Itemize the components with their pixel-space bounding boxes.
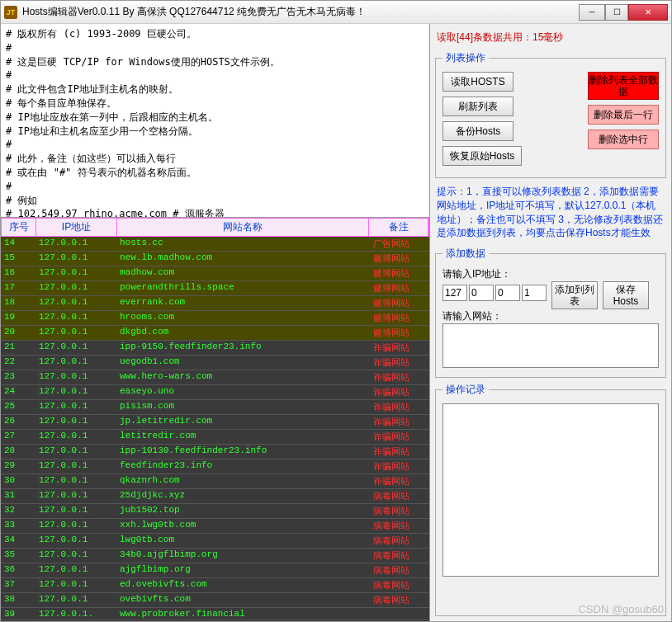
ip-octet-2[interactable] [469, 285, 494, 301]
table-row[interactable]: 27127.0.0.1letitredir.com诈骗网站 [1, 430, 429, 445]
table-row[interactable]: 31127.0.0.125djdjkc.xyz病毒网站 [1, 489, 429, 504]
ip-label: 请输入IP地址： [442, 267, 659, 281]
hint-text: 提示：1，直接可以修改列表数据 2，添加数据需要网站地址，IP地址可不填写，默认… [435, 183, 666, 242]
table-row[interactable]: 15127.0.0.1new.lb.madhow.com赌博网站 [1, 252, 429, 266]
table-row[interactable]: 20127.0.0.1dkgbd.com赌博网站 [1, 326, 429, 341]
ip-octet-4[interactable] [522, 285, 547, 301]
table-row[interactable]: 38127.0.0.1ovebivfts.com病毒网站 [1, 593, 429, 608]
table-row[interactable]: 17127.0.0.1powerandthrills.space赌博网站 [1, 281, 429, 296]
hosts-table[interactable]: 序号 IP地址 网站名称 备注 14127.0.0.1hosts.cc广告网站1… [1, 218, 429, 621]
col-ip[interactable]: IP地址 [36, 219, 117, 236]
col-site[interactable]: 网站名称 [117, 219, 369, 236]
table-row[interactable]: 35127.0.0.134b0.ajgflbimp.org病毒网站 [1, 549, 429, 563]
col-seq[interactable]: 序号 [2, 219, 36, 236]
table-row[interactable]: 29127.0.0.1feedfinder23.info诈骗网站 [1, 459, 429, 474]
table-row[interactable]: 19127.0.0.1hrooms.com赌博网站 [1, 311, 429, 326]
ip-octet-1[interactable] [442, 285, 467, 301]
backup-hosts-button[interactable]: 备份Hosts [442, 121, 513, 141]
delete-all-button[interactable]: 删除列表全部数据 [588, 72, 659, 100]
log-panel: 操作记录 [435, 383, 666, 616]
add-data-legend: 添加数据 [442, 247, 489, 261]
delete-selected-button[interactable]: 删除选中行 [588, 130, 659, 149]
add-data-panel: 添加数据 请输入IP地址： 添加到列表 保存Hosts 请输入网站： [435, 247, 666, 378]
list-ops-legend: 列表操作 [442, 51, 489, 65]
read-hosts-button[interactable]: 读取HOSTS [442, 72, 513, 92]
add-to-list-button[interactable]: 添加到列表 [551, 281, 598, 309]
restore-hosts-button[interactable]: 恢复原始Hosts [442, 146, 522, 166]
table-row[interactable]: 23127.0.0.1www.hero-wars.com诈骗网站 [1, 370, 429, 385]
table-row[interactable]: 32127.0.0.1jub1502.top病毒网站 [1, 504, 429, 519]
table-row[interactable]: 30127.0.0.1qkaznrh.com诈骗网站 [1, 474, 429, 489]
ip-octet-3[interactable] [495, 285, 520, 301]
table-row[interactable]: 18127.0.0.1everrank.com赌博网站 [1, 296, 429, 311]
hosts-text-editor[interactable]: # 版权所有 (c) 1993-2009 巨硬公司。 # # 这是巨硬 TCP/… [1, 24, 429, 218]
table-row[interactable]: 34127.0.0.1lwg0tb.com病毒网站 [1, 534, 429, 549]
table-row[interactable]: 40127.0.0.1.p.a64x.com [1, 620, 429, 621]
status-text: 读取[44]条数据共用：15毫秒 [435, 29, 666, 46]
table-row[interactable]: 36127.0.0.1ajgflbimp.org病毒网站 [1, 563, 429, 578]
table-row[interactable]: 25127.0.0.1pisism.com诈骗网站 [1, 400, 429, 415]
table-row[interactable]: 33127.0.0.1xxh.lwg0tb.com病毒网站 [1, 519, 429, 534]
close-button[interactable]: ✕ [628, 4, 668, 21]
delete-last-button[interactable]: 删除最后一行 [588, 105, 659, 125]
window-title: Hosts编辑器Ver0.0.11 By 高保洪 QQ127644712 纯免费… [22, 5, 579, 19]
minimize-button[interactable]: ─ [579, 4, 605, 21]
maximize-button[interactable]: ☐ [605, 4, 628, 21]
table-row[interactable]: 26127.0.0.1jp.letitredir.com诈骗网站 [1, 415, 429, 430]
titlebar: JT Hosts编辑器Ver0.0.11 By 高保洪 QQ127644712 … [1, 1, 671, 24]
table-row[interactable]: 39127.0.0.1.www.probroker.financial [1, 608, 429, 620]
save-hosts-button[interactable]: 保存Hosts [603, 281, 649, 309]
table-row[interactable]: 21127.0.0.1ipp-9150.feedfinder23.info诈骗网… [1, 341, 429, 356]
col-note[interactable]: 备注 [369, 219, 428, 236]
table-row[interactable]: 22127.0.0.1uegodb1.com诈骗网站 [1, 356, 429, 370]
table-row[interactable]: 16127.0.0.1madhow.com赌博网站 [1, 266, 429, 281]
site-label: 请输入网站： [442, 309, 659, 323]
app-icon: JT [4, 6, 17, 19]
refresh-list-button[interactable]: 刷新列表 [442, 97, 513, 116]
site-input[interactable] [442, 323, 659, 368]
table-row[interactable]: 28127.0.0.1ipp-10130.feedfinder23.info诈骗… [1, 445, 429, 459]
table-row[interactable]: 24127.0.0.1easeyo.uno诈骗网站 [1, 385, 429, 400]
log-area[interactable] [442, 403, 659, 577]
log-legend: 操作记录 [442, 383, 489, 397]
table-row[interactable]: 37127.0.0.1ed.ovebivfts.com病毒网站 [1, 578, 429, 593]
table-row[interactable]: 14127.0.0.1hosts.cc广告网站 [1, 237, 429, 252]
list-ops-panel: 列表操作 读取HOSTS 刷新列表 备份Hosts 恢复原始Hosts 删除列表… [435, 51, 666, 178]
